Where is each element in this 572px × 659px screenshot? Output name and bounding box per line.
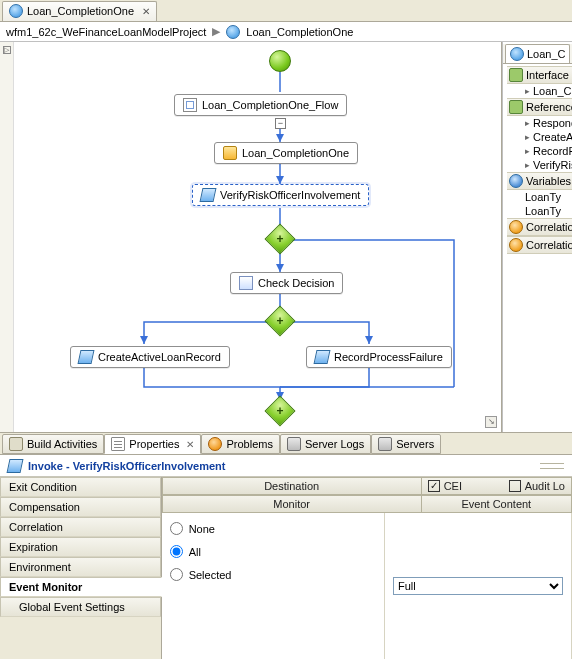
radio-all[interactable]: All xyxy=(170,540,376,563)
breadcrumb-project[interactable]: wfm1_62c_WeFinanceLoanModelProject xyxy=(6,26,206,38)
tab-problems[interactable]: Problems xyxy=(201,434,279,454)
svg-marker-2 xyxy=(276,134,284,142)
build-icon xyxy=(9,437,23,451)
close-icon[interactable]: ✕ xyxy=(183,439,194,450)
svg-marker-9 xyxy=(140,336,148,344)
partner-icon xyxy=(509,68,523,82)
tree-item[interactable]: ▸CreateA xyxy=(507,130,572,144)
scroll-handle[interactable]: ↘ xyxy=(485,416,497,428)
event-content-select[interactable]: Full xyxy=(393,577,563,595)
canvas-gutter: ▷ xyxy=(0,42,14,432)
tree-item[interactable]: ▸ Loan_Co xyxy=(507,84,572,98)
tree-item[interactable]: ▸Respond xyxy=(507,116,572,130)
partner-icon xyxy=(509,100,523,114)
properties-icon xyxy=(111,437,125,451)
flow-canvas[interactable]: Loan_CompletionOne_Flow − Loan_Completio… xyxy=(14,42,502,432)
problems-icon xyxy=(208,437,222,451)
editor-tab-loan-completion[interactable]: Loan_CompletionOne ✕ xyxy=(2,1,157,21)
chevron-right-icon: ▸ xyxy=(525,86,530,96)
gateway-node[interactable] xyxy=(264,395,295,426)
section-correlation[interactable]: Correlation xyxy=(507,218,572,236)
props-tab-environment[interactable]: Environment xyxy=(0,557,161,577)
breadcrumb-current[interactable]: Loan_CompletionOne xyxy=(246,26,353,38)
invoke-icon xyxy=(200,188,217,202)
invoke-create-loan-node[interactable]: CreateActiveLoanRecord xyxy=(70,346,230,368)
server-icon xyxy=(287,437,301,451)
outline-tab-label: Loan_C xyxy=(527,48,566,60)
node-label: RecordProcessFailure xyxy=(334,351,443,363)
node-label: Loan_CompletionOne_Flow xyxy=(202,99,338,111)
collapse-arrow-icon[interactable]: ▷ xyxy=(3,46,11,54)
props-tab-correlation[interactable]: Correlation xyxy=(0,517,161,537)
gateway-node[interactable] xyxy=(264,305,295,336)
tree-item[interactable]: ▸VerifyRis xyxy=(507,158,572,172)
node-label: VerifyRiskOfficerInvolvement xyxy=(220,189,360,201)
radio-selected[interactable]: Selected xyxy=(170,563,376,586)
tree-item[interactable]: ▸RecordP xyxy=(507,144,572,158)
tree-item[interactable]: LoanTy xyxy=(507,190,572,204)
invoke-icon xyxy=(78,350,95,364)
properties-title: Invoke - VerifyRiskOfficerInvolvement xyxy=(28,458,225,473)
outline-tree: Interface P ▸ Loan_Co Reference ▸Respond… xyxy=(503,64,572,256)
drag-handle-icon[interactable] xyxy=(540,463,564,469)
flow-icon xyxy=(183,98,197,112)
process-icon xyxy=(9,4,23,18)
properties-view: Invoke - VerifyRiskOfficerInvolvement Ex… xyxy=(0,454,572,659)
variable-icon xyxy=(509,174,523,188)
outline-panel: Loan_C Interface P ▸ Loan_Co Reference ▸… xyxy=(502,42,572,432)
tree-item[interactable]: LoanTy xyxy=(507,204,572,218)
receive-icon xyxy=(223,146,237,160)
node-label: CreateActiveLoanRecord xyxy=(98,351,221,363)
props-tab-global-settings[interactable]: Global Event Settings xyxy=(0,597,161,617)
collapse-toggle[interactable]: − xyxy=(275,118,286,129)
process-icon xyxy=(226,25,240,39)
decision-icon xyxy=(239,276,253,290)
tab-properties[interactable]: Properties ✕ xyxy=(104,434,201,454)
props-tab-exit[interactable]: Exit Condition xyxy=(0,477,161,497)
breadcrumb: wfm1_62c_WeFinanceLoanModelProject ▶ Loa… xyxy=(0,22,572,42)
props-tab-compensation[interactable]: Compensation xyxy=(0,497,161,517)
tab-servers[interactable]: Servers xyxy=(371,434,441,454)
editor-tab-strip: Loan_CompletionOne ✕ xyxy=(0,0,572,22)
server-icon xyxy=(378,437,392,451)
tab-server-logs[interactable]: Server Logs xyxy=(280,434,371,454)
outline-tab[interactable]: Loan_C xyxy=(505,44,570,63)
invoke-icon xyxy=(314,350,331,364)
receive-node[interactable]: Loan_CompletionOne xyxy=(214,142,358,164)
section-reference-partners[interactable]: Reference xyxy=(507,98,572,116)
section-variables[interactable]: Variables xyxy=(507,172,572,190)
cei-checkbox[interactable]: ✓ CEI xyxy=(422,480,468,492)
properties-tab-list: Exit Condition Compensation Correlation … xyxy=(0,477,162,659)
section-correlation-item[interactable]: Correlation xyxy=(507,236,572,254)
checkbox-icon xyxy=(509,480,521,492)
start-node[interactable] xyxy=(269,50,291,72)
properties-content: Destination ✓ CEI Audit Lo Monitor Even xyxy=(162,477,572,659)
decision-node[interactable]: Check Decision xyxy=(230,272,343,294)
chevron-right-icon: ▶ xyxy=(212,25,220,38)
audit-log-checkbox[interactable]: Audit Lo xyxy=(503,480,571,492)
node-label: Loan_CompletionOne xyxy=(242,147,349,159)
gateway-node[interactable] xyxy=(264,223,295,254)
correlation-icon xyxy=(509,238,523,252)
close-icon[interactable]: ✕ xyxy=(138,6,150,17)
props-tab-event-monitor[interactable]: Event Monitor xyxy=(0,577,162,597)
section-interface-partners[interactable]: Interface P xyxy=(507,66,572,84)
tab-build-activities[interactable]: Build Activities xyxy=(2,434,104,454)
svg-marker-10 xyxy=(365,336,373,344)
svg-marker-7 xyxy=(276,264,284,272)
flow-container-node[interactable]: Loan_CompletionOne_Flow xyxy=(174,94,347,116)
invoke-record-failure-node[interactable]: RecordProcessFailure xyxy=(306,346,452,368)
radio-none[interactable]: None xyxy=(170,517,376,540)
node-label: Check Decision xyxy=(258,277,334,289)
checkbox-icon: ✓ xyxy=(428,480,440,492)
editor-tab-label: Loan_CompletionOne xyxy=(27,5,134,17)
props-tab-expiration[interactable]: Expiration xyxy=(0,537,161,557)
col-monitor: Monitor xyxy=(162,495,422,513)
invoke-verify-node[interactable]: VerifyRiskOfficerInvolvement xyxy=(192,184,369,206)
invoke-icon xyxy=(7,459,24,473)
svg-marker-4 xyxy=(276,176,284,184)
view-tab-strip: Build Activities Properties ✕ Problems S… xyxy=(0,432,572,454)
process-icon xyxy=(510,47,524,61)
col-destination: Destination xyxy=(169,480,415,492)
col-event-content: Event Content xyxy=(422,495,572,513)
